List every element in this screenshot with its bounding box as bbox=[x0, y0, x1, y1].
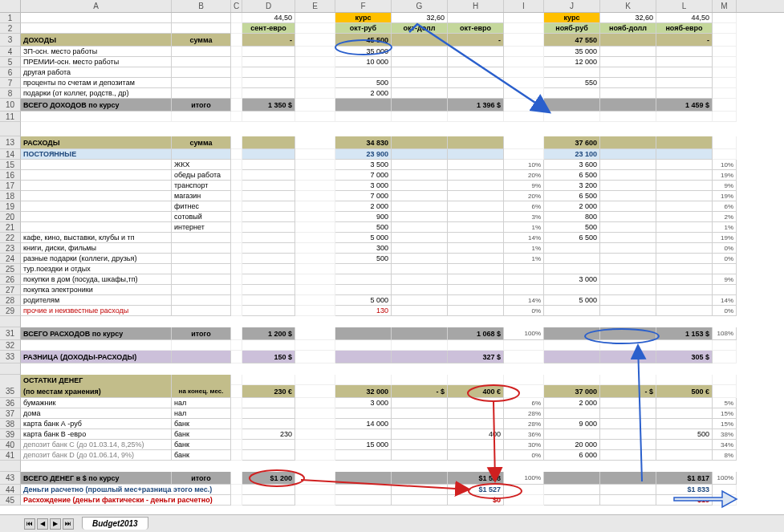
cell[interactable] bbox=[600, 67, 656, 78]
cell[interactable] bbox=[448, 243, 504, 254]
cell[interactable] bbox=[242, 170, 295, 181]
cell[interactable] bbox=[448, 112, 504, 122]
cell[interactable]: дома bbox=[21, 408, 172, 419]
cell-income-header[interactable]: ДОХОДЫ bbox=[21, 34, 172, 47]
cell[interactable]: 6% bbox=[504, 201, 544, 212]
cell[interactable] bbox=[295, 191, 335, 201]
cell[interactable]: $1 833 bbox=[656, 485, 713, 495]
cell[interactable] bbox=[242, 78, 295, 88]
cell[interactable] bbox=[656, 254, 713, 264]
cell[interactable] bbox=[172, 67, 231, 78]
row-header-19[interactable]: 19 bbox=[0, 201, 21, 212]
cell[interactable] bbox=[335, 495, 392, 506]
cell[interactable]: банк bbox=[172, 419, 231, 429]
cell[interactable] bbox=[656, 222, 713, 233]
cell[interactable] bbox=[504, 34, 544, 47]
cell[interactable] bbox=[21, 13, 172, 23]
cell[interactable] bbox=[231, 440, 242, 450]
cell[interactable]: банк bbox=[172, 440, 231, 450]
cell[interactable] bbox=[656, 67, 713, 78]
cell[interactable] bbox=[392, 181, 448, 191]
row-header-39[interactable]: 39 bbox=[0, 429, 21, 440]
cell[interactable] bbox=[335, 274, 392, 285]
cell[interactable]: 6 000 bbox=[544, 450, 600, 461]
cell[interactable] bbox=[172, 23, 231, 34]
cell[interactable] bbox=[231, 351, 242, 363]
cell[interactable]: 32,60 bbox=[392, 13, 448, 23]
cell[interactable] bbox=[242, 243, 295, 254]
cell[interactable] bbox=[295, 99, 335, 112]
cell[interactable] bbox=[544, 375, 600, 385]
cell[interactable] bbox=[392, 57, 448, 67]
cell[interactable] bbox=[448, 136, 504, 149]
cell[interactable]: 44,50 bbox=[656, 13, 713, 23]
cell[interactable] bbox=[448, 408, 504, 419]
cell[interactable]: 34 830 bbox=[335, 136, 392, 149]
row-header-27[interactable]: 27 bbox=[0, 285, 21, 295]
cell[interactable] bbox=[172, 351, 231, 363]
cell[interactable] bbox=[504, 264, 544, 274]
cell[interactable]: 35 000 bbox=[335, 47, 392, 57]
cell[interactable] bbox=[392, 67, 448, 78]
cell[interactable] bbox=[544, 254, 600, 264]
cell[interactable] bbox=[295, 398, 335, 408]
cell[interactable] bbox=[544, 112, 600, 122]
cell[interactable]: 30% bbox=[504, 440, 544, 450]
cell[interactable] bbox=[656, 47, 713, 57]
cell[interactable] bbox=[335, 340, 392, 351]
cell[interactable] bbox=[295, 351, 335, 363]
cell[interactable] bbox=[295, 429, 335, 440]
cell[interactable]: 1 459 $ bbox=[656, 99, 713, 112]
cell[interactable] bbox=[392, 136, 448, 149]
cell[interactable]: 500 € bbox=[656, 385, 713, 398]
cell[interactable]: 44,50 bbox=[242, 13, 295, 23]
cell[interactable] bbox=[242, 149, 295, 160]
cell[interactable] bbox=[295, 274, 335, 285]
cell[interactable] bbox=[242, 57, 295, 67]
cell[interactable] bbox=[392, 47, 448, 57]
cell[interactable]: 2% bbox=[713, 212, 737, 222]
cell[interactable] bbox=[448, 264, 504, 274]
cell[interactable]: 9% bbox=[713, 274, 737, 285]
cell[interactable] bbox=[544, 99, 600, 112]
cell[interactable] bbox=[335, 472, 392, 485]
cell[interactable] bbox=[295, 233, 335, 243]
cell[interactable] bbox=[600, 351, 656, 363]
cell[interactable]: 45 500 bbox=[335, 34, 392, 47]
cell[interactable] bbox=[656, 295, 713, 306]
cell[interactable] bbox=[656, 440, 713, 450]
row-header-21[interactable]: 21 bbox=[0, 222, 21, 233]
cell[interactable] bbox=[231, 306, 242, 316]
cell[interactable] bbox=[231, 222, 242, 233]
cell[interactable]: сент-евро bbox=[242, 23, 295, 34]
row-header-11[interactable]: 11 bbox=[0, 112, 21, 122]
cell[interactable] bbox=[392, 264, 448, 274]
cell[interactable]: проценты по счетам и депозитам bbox=[21, 78, 172, 88]
cell[interactable]: нояб-евро bbox=[656, 23, 713, 34]
cell[interactable] bbox=[504, 23, 544, 34]
cell[interactable] bbox=[504, 57, 544, 67]
cell[interactable]: окт-долл bbox=[392, 23, 448, 34]
cell[interactable]: итого bbox=[172, 99, 231, 112]
cell[interactable]: 550 bbox=[544, 78, 600, 88]
col-header-J[interactable]: J bbox=[544, 0, 600, 12]
cell[interactable] bbox=[448, 181, 504, 191]
row-header-3[interactable]: 3 bbox=[0, 34, 21, 47]
cell[interactable] bbox=[448, 222, 504, 233]
cell[interactable] bbox=[295, 170, 335, 181]
cell[interactable] bbox=[713, 264, 737, 274]
cell[interactable] bbox=[392, 99, 448, 112]
cell[interactable]: 0% bbox=[713, 243, 737, 254]
row-header-40[interactable]: 40 bbox=[0, 440, 21, 450]
cell[interactable] bbox=[231, 295, 242, 306]
cell[interactable]: $1 200 bbox=[242, 472, 295, 485]
grid[interactable]: 1 44,50 курс 32,60 курс 32,60 44,50 2 се… bbox=[0, 13, 784, 506]
cell[interactable] bbox=[448, 212, 504, 222]
cell[interactable]: 900 bbox=[335, 212, 392, 222]
cell[interactable]: 1% bbox=[504, 243, 544, 254]
cell[interactable] bbox=[544, 485, 600, 495]
cell[interactable] bbox=[242, 495, 295, 506]
cell[interactable] bbox=[231, 450, 242, 461]
col-header-H[interactable]: H bbox=[448, 0, 504, 12]
cell[interactable] bbox=[392, 450, 448, 461]
